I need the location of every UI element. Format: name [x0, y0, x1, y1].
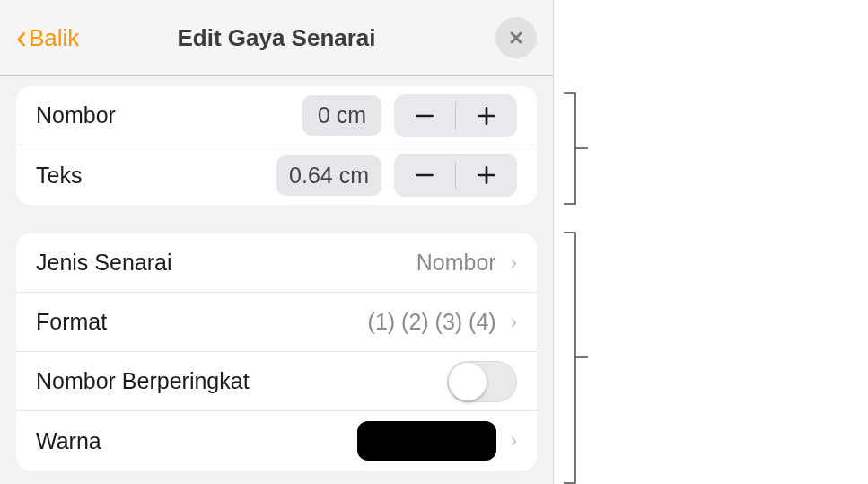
format-row[interactable]: Format (1) (2) (3) (4) › — [16, 293, 537, 352]
color-row[interactable]: Warna › — [16, 411, 537, 471]
minus-icon — [413, 104, 436, 128]
panel-content: Nombor 0 cm Teks 0.64 cm — [0, 76, 553, 484]
toggle-knob — [449, 363, 487, 400]
color-label: Warna — [36, 428, 101, 454]
text-indent-stepper — [394, 154, 517, 197]
minus-icon — [413, 163, 436, 187]
number-indent-decrement[interactable] — [394, 94, 455, 137]
list-settings-card: Jenis Senarai Nombor › Format (1) (2) (3… — [16, 233, 537, 471]
chevron-right-icon: › — [511, 251, 517, 275]
list-type-row[interactable]: Jenis Senarai Nombor › — [16, 233, 537, 293]
indent-card: Nombor 0 cm Teks 0.64 cm — [16, 86, 537, 205]
number-indent-label: Nombor — [36, 102, 116, 128]
chevron-right-icon: › — [511, 311, 517, 334]
chevron-right-icon: › — [511, 429, 517, 453]
chevron-left-icon: ‹ — [16, 22, 27, 54]
list-type-value: Nombor — [416, 250, 496, 276]
format-label: Format — [36, 309, 107, 335]
plus-icon — [475, 104, 498, 128]
back-button[interactable]: ‹ Balik — [16, 22, 79, 54]
tiered-numbers-toggle[interactable] — [447, 361, 517, 402]
tiered-numbers-row: Nombor Berperingkat — [16, 352, 537, 411]
number-indent-stepper — [394, 94, 517, 137]
number-indent-value[interactable]: 0 cm — [302, 95, 381, 136]
list-type-label: Jenis Senarai — [36, 250, 171, 276]
text-indent-row: Teks 0.64 cm — [16, 145, 537, 205]
callout-bracket-top — [563, 92, 590, 205]
number-indent-row: Nombor 0 cm — [16, 86, 537, 145]
close-icon — [507, 29, 525, 47]
text-indent-increment[interactable] — [456, 154, 517, 197]
panel-title: Edit Gaya Senarai — [0, 24, 553, 52]
panel-header: ‹ Balik Edit Gaya Senarai — [0, 0, 553, 76]
tiered-numbers-label: Nombor Berperingkat — [36, 368, 250, 394]
close-button[interactable] — [495, 17, 537, 58]
format-value: (1) (2) (3) (4) — [368, 309, 496, 335]
text-indent-label: Teks — [36, 163, 82, 189]
color-swatch — [357, 421, 496, 461]
edit-list-style-panel: ‹ Balik Edit Gaya Senarai Nombor 0 cm — [0, 0, 554, 484]
text-indent-value[interactable]: 0.64 cm — [276, 155, 381, 196]
text-indent-decrement[interactable] — [394, 154, 455, 197]
back-label: Balik — [29, 24, 79, 52]
number-indent-increment[interactable] — [456, 94, 517, 137]
callout-bracket-bottom — [563, 232, 590, 484]
plus-icon — [475, 163, 498, 187]
